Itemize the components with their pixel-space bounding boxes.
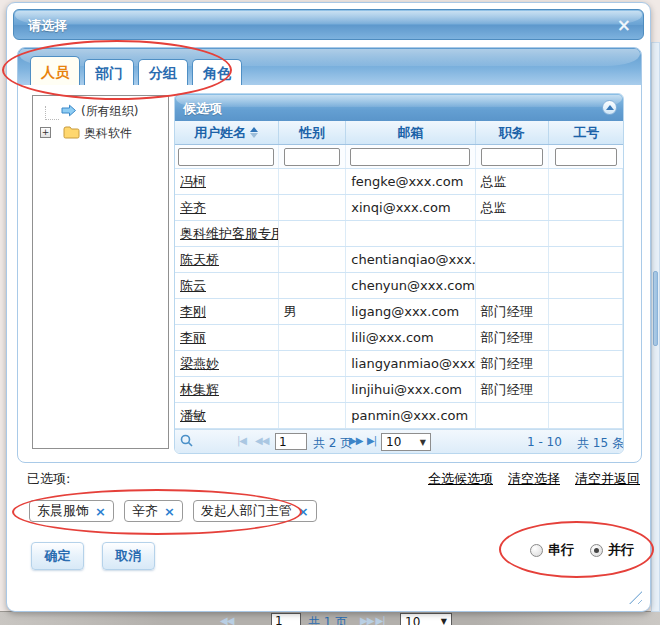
last-page-icon[interactable]: ▶| bbox=[367, 435, 376, 446]
selected-chip: 辛齐 × bbox=[124, 500, 183, 522]
user-name-link[interactable]: 陈天桥 bbox=[175, 247, 279, 272]
background-next-page-icons[interactable]: ▶▶ ▶| bbox=[360, 615, 385, 625]
organization-tree: (所有组织) + 奥科软件 bbox=[32, 95, 169, 449]
filter-input-username[interactable] bbox=[178, 148, 274, 166]
total-pages-label: 共 2 页 bbox=[313, 435, 352, 452]
filter-input-gender[interactable] bbox=[284, 148, 340, 166]
tree-item-aoke-software[interactable]: 奥科软件 bbox=[63, 125, 132, 142]
background-page-input[interactable] bbox=[271, 613, 301, 625]
scrollbar-thumb[interactable] bbox=[653, 271, 658, 346]
tab-personnel[interactable]: 人员 bbox=[30, 56, 80, 85]
table-row: 潘敏panmin@xxx.com bbox=[175, 403, 623, 429]
search-icon[interactable] bbox=[180, 434, 193, 450]
select-all-candidates-link[interactable]: 全选候选项 bbox=[428, 470, 493, 488]
background-page-size-value: 10 bbox=[405, 615, 420, 625]
user-name-link[interactable]: 辛齐 bbox=[175, 195, 279, 220]
dialog-title: 请选择 bbox=[28, 17, 67, 35]
table-row: 李丽lili@xxx.com部门经理 bbox=[175, 325, 623, 351]
select-dialog: 请选择 × 人员 部门 分组 角色 (所有组织) + bbox=[6, 2, 651, 612]
table-body: 冯柯fengke@xxx.com总监 辛齐xinqi@xxx.com总监 奥科维… bbox=[175, 169, 623, 429]
table-row: 林集辉linjihui@xxx.com部门经理 bbox=[175, 377, 623, 403]
chip-label: 辛齐 bbox=[132, 502, 158, 520]
expand-icon[interactable]: + bbox=[40, 127, 51, 138]
tab-role[interactable]: 角色 bbox=[192, 59, 242, 85]
filter-row bbox=[175, 145, 623, 169]
tree-item-label: (所有组织) bbox=[81, 103, 138, 120]
table-row: 陈云chenyun@xxx.com bbox=[175, 273, 623, 299]
radio-checked-icon[interactable] bbox=[590, 544, 603, 557]
chip-label: 东晨服饰 bbox=[37, 502, 89, 520]
column-header-gender: 性别 bbox=[279, 121, 347, 144]
tab-department[interactable]: 部门 bbox=[84, 59, 134, 85]
radio-icon[interactable] bbox=[530, 544, 543, 557]
filter-input-position[interactable] bbox=[481, 148, 543, 166]
sort-icon bbox=[250, 127, 258, 138]
caret-down-icon: ▼ bbox=[441, 617, 447, 625]
table-row: 奥科维护客服专用 bbox=[175, 221, 623, 247]
pagination-bar: |◀ ◀◀ 共 2 页 ▶▶ ▶| 10 ▼ 1 - 10 共 15 条 bbox=[175, 429, 623, 453]
cancel-button[interactable]: 取消 bbox=[102, 542, 155, 570]
action-links: 全选候选项 清空选择 清空并返回 bbox=[428, 470, 640, 488]
caret-down-icon: ▼ bbox=[420, 438, 426, 447]
tree-item-label: 奥科软件 bbox=[84, 125, 132, 142]
user-name-link[interactable]: 林集辉 bbox=[175, 377, 279, 402]
next-page-icon[interactable]: ▶▶ bbox=[349, 435, 362, 446]
page-size-select[interactable]: 10 ▼ bbox=[381, 433, 431, 451]
ok-button[interactable]: 确定 bbox=[31, 542, 84, 570]
radio-label: 并行 bbox=[608, 541, 634, 559]
user-name-link[interactable]: 梁燕妙 bbox=[175, 351, 279, 376]
user-name-link[interactable]: 奥科维护客服专用 bbox=[175, 221, 279, 246]
radio-serial[interactable]: 串行 bbox=[530, 541, 574, 559]
background-page-size-select[interactable]: 10 ▼ bbox=[400, 613, 452, 625]
collapse-icon[interactable] bbox=[602, 100, 617, 115]
remove-chip-icon[interactable]: × bbox=[298, 504, 309, 519]
page-size-value: 10 bbox=[386, 435, 401, 449]
user-name-link[interactable]: 李刚 bbox=[175, 299, 279, 324]
selected-items-label: 已选项: bbox=[27, 470, 70, 488]
remove-chip-icon[interactable]: × bbox=[164, 504, 175, 519]
background-total-pages: 共 1 页 bbox=[308, 614, 347, 625]
table-header-row: 用户姓名 性别 邮箱 职务 工号 bbox=[175, 121, 623, 145]
tab-group[interactable]: 分组 bbox=[138, 59, 188, 85]
selected-chips: 东晨服饰 × 辛齐 × 发起人部门主管 × bbox=[29, 500, 317, 522]
user-name-link[interactable]: 陈云 bbox=[175, 273, 279, 298]
page-number-input[interactable] bbox=[275, 433, 307, 450]
selected-chip: 发起人部门主管 × bbox=[193, 500, 317, 522]
user-name-link[interactable]: 潘敏 bbox=[175, 403, 279, 428]
column-header-email: 邮箱 bbox=[346, 121, 475, 144]
record-range-label: 1 - 10 bbox=[527, 435, 562, 449]
table-row: 冯柯fengke@xxx.com总监 bbox=[175, 169, 623, 195]
clear-selection-link[interactable]: 清空选择 bbox=[508, 470, 560, 488]
page-scrollbar[interactable] bbox=[651, 42, 660, 612]
table-row: 李刚男ligang@xxx.com部门经理 bbox=[175, 299, 623, 325]
filter-input-email[interactable] bbox=[350, 148, 470, 166]
chip-label: 发起人部门主管 bbox=[201, 502, 292, 520]
folder-icon bbox=[63, 126, 80, 142]
candidates-title: 候选项 bbox=[183, 100, 222, 118]
record-total-label: 共 15 条 bbox=[577, 435, 623, 452]
selected-chip: 东晨服饰 × bbox=[29, 500, 114, 522]
column-header-position: 职务 bbox=[476, 121, 550, 144]
tree-connector bbox=[45, 106, 59, 120]
table-row: 辛齐xinqi@xxx.com总监 bbox=[175, 195, 623, 221]
execution-mode-radios: 串行 并行 bbox=[530, 541, 634, 559]
remove-chip-icon[interactable]: × bbox=[95, 504, 106, 519]
user-name-link[interactable]: 冯柯 bbox=[175, 169, 279, 194]
column-header-worknumber: 工号 bbox=[549, 121, 623, 144]
dialog-titlebar: 请选择 × bbox=[13, 9, 644, 40]
radio-parallel[interactable]: 并行 bbox=[590, 541, 634, 559]
prev-page-icon[interactable]: ◀◀ bbox=[255, 435, 268, 446]
first-page-icon[interactable]: |◀ bbox=[237, 435, 246, 446]
tab-strip: 人员 部门 分组 角色 bbox=[18, 48, 641, 85]
selector-container: 人员 部门 分组 角色 (所有组织) + 奥科软件 bbox=[17, 47, 642, 463]
tree-item-all-organizations[interactable]: (所有组织) bbox=[61, 103, 138, 120]
filter-input-worknumber[interactable] bbox=[555, 148, 617, 166]
candidates-header: 候选项 bbox=[175, 94, 623, 121]
user-name-link[interactable]: 李丽 bbox=[175, 325, 279, 350]
column-header-username[interactable]: 用户姓名 bbox=[175, 121, 279, 144]
close-icon[interactable]: × bbox=[617, 14, 631, 36]
table-row: 陈天桥chentianqiao@xxx.com bbox=[175, 247, 623, 273]
background-prev-page-icons[interactable]: ◀◀ bbox=[220, 615, 233, 625]
resize-handle[interactable] bbox=[629, 591, 642, 604]
clear-and-return-link[interactable]: 清空并返回 bbox=[575, 470, 640, 488]
